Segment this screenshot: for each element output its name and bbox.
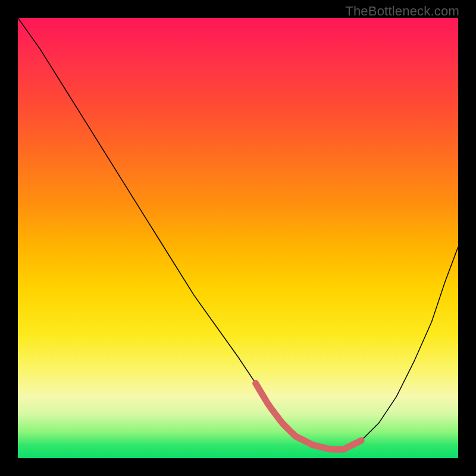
optimal-segment-flat [287,428,338,450]
chart-frame: TheBottleneck.com [0,0,476,476]
optimal-segment-right [338,440,361,449]
optimal-segment-left [256,383,287,428]
plot-area [18,18,458,458]
bottleneck-curve [18,18,458,449]
curve-svg [18,18,458,458]
watermark-text: TheBottleneck.com [345,4,459,19]
